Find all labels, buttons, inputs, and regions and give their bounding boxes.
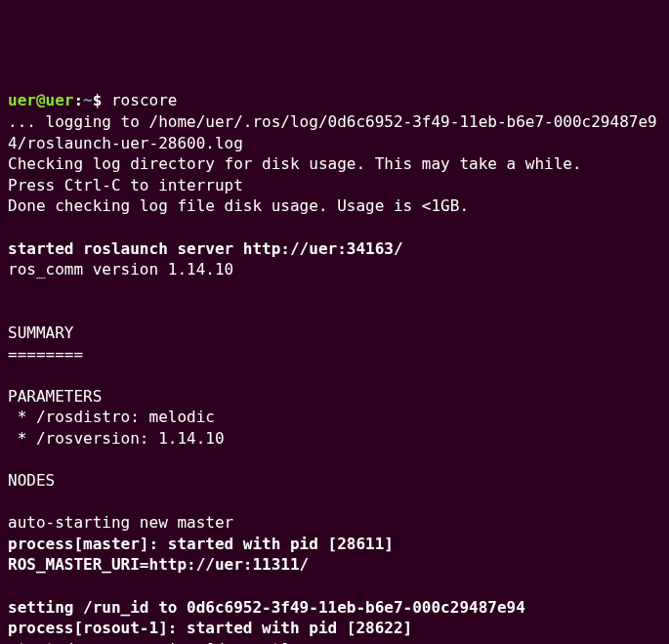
output-line: Done checking log file disk usage. Usage…: [8, 196, 469, 215]
output-line-bold: setting /run_id to 0d6c6952-3f49-11eb-b6…: [8, 598, 525, 617]
output-parameters-header: PARAMETERS: [8, 387, 102, 406]
output-line-bold: ROS_MASTER_URI=http://uer:11311/: [8, 555, 309, 574]
prompt-path: ~: [83, 91, 93, 109]
output-parameter-item: * /rosversion: 1.14.10: [8, 429, 225, 448]
command-input: roscore: [111, 91, 177, 109]
output-line: Press Ctrl-C to interrupt: [8, 176, 243, 194]
output-line-bold: started roslaunch server http://uer:3416…: [8, 239, 403, 258]
output-line-bold: process[rosout-1]: started with pid [286…: [8, 619, 412, 637]
terminal-window[interactable]: uer@uer:~$ roscore ... logging to /home/…: [8, 90, 661, 644]
prompt-user-host: uer@uer: [8, 91, 73, 109]
output-nodes-header: NODES: [8, 471, 55, 490]
output-line: ... logging to /home/uer/.ros/log/0d6c69…: [8, 112, 657, 152]
output-line: auto-starting new master: [8, 513, 233, 532]
output-line: ros_comm version 1.14.10: [8, 260, 233, 279]
output-line: Checking log directory for disk usage. T…: [8, 154, 582, 173]
prompt-dollar: $: [93, 91, 111, 109]
output-line-bold: process[master]: started with pid [28611…: [8, 535, 394, 553]
prompt-separator: :: [73, 91, 83, 109]
output-line: started core service [/rosout]: [8, 640, 290, 644]
output-summary-header: SUMMARY: [8, 323, 73, 342]
output-parameter-item: * /rosdistro: melodic: [8, 408, 215, 426]
output-summary-divider: ========: [8, 345, 83, 364]
